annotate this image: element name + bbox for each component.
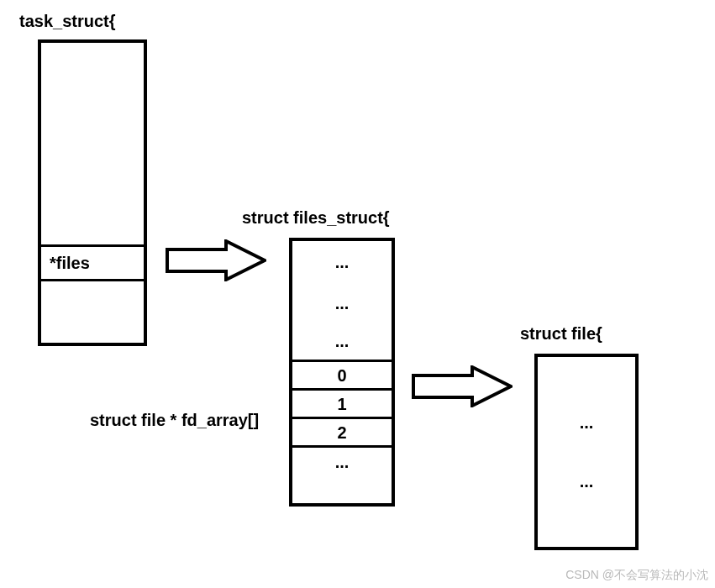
- label-fd-array: struct file * fd_array[]: [90, 411, 259, 430]
- fd-row-0: 0: [292, 362, 392, 391]
- file-row-0: ...: [538, 410, 635, 435]
- file-row-1: ...: [538, 469, 635, 494]
- files-struct-ellipsis-0: ...: [292, 241, 392, 283]
- files-pointer-text: *files: [50, 254, 90, 273]
- label-struct-file: struct file{: [520, 324, 602, 344]
- files-struct-ellipsis-1: ...: [292, 283, 392, 323]
- box-task-struct: *files: [38, 39, 147, 346]
- label-task-struct: task_struct{: [19, 12, 116, 31]
- label-files-struct: struct files_struct{: [242, 208, 390, 228]
- arrow-fd-to-file: [412, 365, 513, 407]
- fd-row-2: 2: [292, 419, 392, 448]
- cell-files-pointer: *files: [41, 244, 144, 281]
- fd-row-3: ...: [292, 448, 392, 476]
- box-files-struct: ... ... ... 0 1 2 ...: [289, 238, 395, 507]
- files-struct-ellipsis-2: ...: [292, 323, 392, 362]
- box-struct-file: ... ...: [534, 354, 639, 550]
- arrow-files-to-files-struct: [166, 239, 266, 281]
- fd-row-1: 1: [292, 391, 392, 419]
- watermark: CSDN @不会写算法的小沈: [565, 568, 708, 583]
